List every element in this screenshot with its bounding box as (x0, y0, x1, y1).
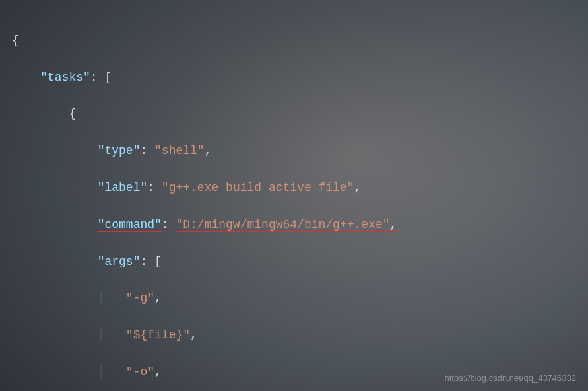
json-value-label: "g++.exe build active file" (162, 181, 354, 194)
json-code-editor[interactable]: { "tasks": [ { "type": "shell", "label":… (0, 0, 588, 391)
json-arg-0: "-g" (126, 291, 154, 304)
watermark-text: https://blog.csdn.net/qq_43746332 (445, 373, 577, 383)
json-value-type: "shell" (154, 144, 205, 157)
json-arg-2: "-o" (126, 365, 154, 378)
json-key-label: "label" (98, 181, 148, 194)
json-arg-1: "${file}" (126, 328, 190, 341)
json-key-tasks: "tasks" (40, 71, 90, 84)
json-key-args: "args" (98, 255, 141, 268)
json-value-command: "D:/mingw/mingw64/bin/g++.exe" (176, 218, 389, 231)
json-key-type: "type" (98, 144, 141, 157)
json-key-command: "command" (98, 218, 162, 231)
